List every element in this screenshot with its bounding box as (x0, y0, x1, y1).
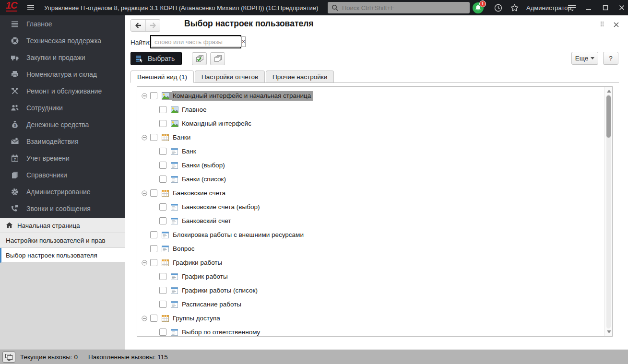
tree-row[interactable]: Банковский счет (137, 214, 612, 228)
favorites-star-icon[interactable] (509, 0, 520, 15)
tree-row[interactable]: Вопрос (137, 242, 612, 256)
window-minimize-button[interactable] (582, 0, 595, 15)
open-window-tab[interactable]: Выбор настроек пользователя (0, 248, 125, 263)
tab[interactable]: Внешний вид (1) (130, 70, 194, 83)
service-menu-icon[interactable] (566, 0, 578, 15)
tree-row[interactable]: Банковские счета (137, 186, 612, 200)
sidebar-item[interactable]: Взаимодействия (0, 133, 125, 150)
checkbox[interactable] (150, 134, 157, 141)
collapse-icon[interactable] (142, 93, 150, 99)
tree-row[interactable]: Группы доступа (137, 311, 612, 325)
tree-row[interactable]: Банки (список) (137, 172, 612, 186)
more-button[interactable]: Еще (571, 52, 598, 65)
history-icon[interactable] (492, 0, 504, 15)
checkbox[interactable] (150, 315, 157, 322)
collapse-icon[interactable] (142, 316, 150, 321)
collapse-icon[interactable] (151, 329, 159, 335)
find-input[interactable] (152, 36, 241, 47)
tree-row[interactable]: Командный интерфейс (137, 117, 612, 130)
tree-row[interactable]: Выбор по ответственному (137, 325, 612, 337)
checkbox[interactable] (159, 120, 166, 127)
collapse-icon[interactable] (151, 149, 159, 154)
checkbox[interactable] (159, 176, 166, 183)
back-button[interactable] (131, 20, 145, 31)
select-button[interactable]: Выбрать (130, 52, 182, 65)
window-maximize-button[interactable] (599, 0, 612, 15)
tree-row[interactable]: Банки (выбор) (137, 158, 612, 172)
tree-row-label: Банковский счет (181, 216, 233, 226)
tree-row[interactable]: Расписание работы (137, 297, 612, 311)
sidebar-item[interactable]: Закупки и продажи (0, 49, 125, 66)
uncheck-all-button[interactable] (210, 52, 225, 65)
collapse-icon[interactable] (142, 190, 150, 196)
current-user[interactable]: Администратор (526, 0, 571, 15)
help-button[interactable]: ? (603, 52, 618, 65)
scroll-up-icon[interactable] (605, 88, 613, 94)
tree-row[interactable]: Банк (137, 144, 612, 158)
checkbox[interactable] (159, 162, 166, 169)
checkbox[interactable] (150, 92, 157, 99)
checkbox[interactable] (159, 287, 166, 294)
tab[interactable]: Прочие настройки (266, 70, 334, 83)
collapse-icon[interactable] (151, 107, 159, 113)
tree-row[interactable]: Графики работы (список) (137, 283, 612, 297)
tree-row-label: Командный интерфейс и начальная страница (172, 91, 313, 101)
sidebar-item[interactable]: S Денежные средства (0, 116, 125, 133)
collapse-icon[interactable] (142, 260, 150, 266)
collapse-icon[interactable] (142, 246, 150, 252)
sidebar-item[interactable]: Главное (0, 15, 125, 32)
checkbox[interactable] (159, 217, 166, 224)
checkbox[interactable] (150, 189, 157, 197)
collapse-icon[interactable] (151, 288, 159, 294)
tree-row[interactable]: Банки (137, 130, 612, 144)
sidebar-item[interactable]: Техническая поддержка (0, 32, 125, 49)
tree-scrollbar[interactable] (604, 87, 612, 336)
sidebar-item[interactable]: Администрирование (0, 183, 125, 200)
tree-row[interactable]: Банковские счета (выбор) (137, 200, 612, 214)
performance-monitor-button[interactable] (2, 352, 15, 363)
sidebar-item[interactable]: Сотрудники (0, 99, 125, 116)
collapse-icon[interactable] (151, 121, 159, 127)
main-menu-icon[interactable] (26, 0, 36, 15)
clear-find-button[interactable]: × (241, 36, 246, 47)
sidebar-item[interactable]: Номенклатура и склад (0, 66, 125, 82)
sidebar-item[interactable]: 7 Учет времени (0, 150, 125, 166)
open-window-tab[interactable]: Начальная страница (0, 218, 125, 233)
tree-row[interactable]: Графики работы (137, 256, 612, 270)
collapse-icon[interactable] (151, 176, 159, 182)
collapse-icon[interactable] (151, 163, 159, 168)
check-all-button[interactable] (192, 52, 207, 65)
more-menu-dots-icon[interactable] (598, 20, 606, 29)
form-close-icon[interactable] (612, 20, 620, 29)
scroll-down-icon[interactable] (605, 329, 613, 335)
checkbox[interactable] (159, 273, 166, 280)
checkbox[interactable] (159, 301, 166, 308)
checkbox[interactable] (159, 148, 166, 155)
tree-row[interactable]: График работы (137, 270, 612, 283)
global-search-input[interactable]: Поиск Ctrl+Shift+F (328, 2, 470, 13)
tree-row[interactable]: Главное (137, 103, 612, 117)
checkbox[interactable] (150, 245, 157, 252)
tree-row[interactable]: Блокировка работы с внешними ресурсами (137, 228, 612, 242)
collapse-icon[interactable] (151, 218, 159, 224)
checkbox[interactable] (150, 231, 157, 238)
checkbox[interactable] (159, 203, 166, 211)
checkbox[interactable] (150, 259, 157, 266)
sidebar-item[interactable]: Звонки и сообщения (0, 200, 125, 217)
open-window-tab[interactable]: Настройки пользователей и прав (0, 233, 125, 248)
forward-button[interactable] (145, 20, 160, 31)
tree-row-label: Вопрос (172, 244, 197, 254)
collapse-icon[interactable] (151, 204, 159, 210)
sidebar-item[interactable]: Ремонт и обслуживание (0, 82, 125, 99)
collapse-icon[interactable] (151, 274, 159, 280)
window-close-button[interactable] (616, 0, 628, 15)
tab[interactable]: Настройки отчетов (195, 70, 265, 83)
tree-row[interactable]: Командный интерфейс и начальная страница (137, 89, 612, 103)
checkbox[interactable] (159, 106, 166, 113)
checkbox[interactable] (159, 329, 166, 336)
collapse-icon[interactable] (151, 302, 159, 307)
scrollbar-thumb[interactable] (606, 95, 611, 138)
collapse-icon[interactable] (142, 232, 150, 238)
sidebar-item[interactable]: Справочники (0, 166, 125, 183)
collapse-icon[interactable] (142, 135, 150, 141)
